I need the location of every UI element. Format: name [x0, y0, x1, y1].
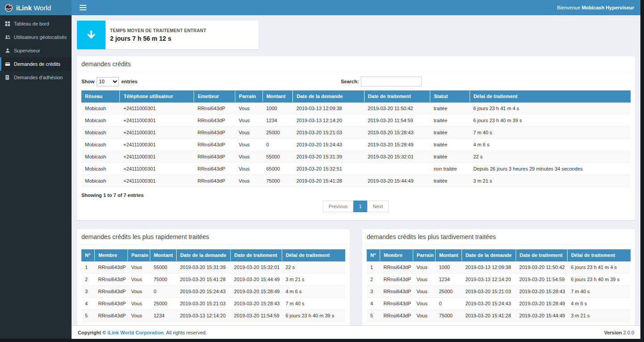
sidebar-item-label: Utilisateurs géolocalisés — [14, 34, 67, 40]
column-header[interactable]: Montant — [263, 90, 293, 103]
column-header[interactable]: Date de traitement — [364, 90, 430, 103]
column-header[interactable]: Emetteur — [194, 90, 235, 103]
table-row: 4RRnsi643dPVous250002019-03-20 15:21:032… — [81, 298, 345, 310]
credits-requests-panel: demandes crédits Show 10 entries Search: — [77, 56, 635, 220]
column-header[interactable]: Montant — [150, 249, 176, 261]
table-cell: 2 — [81, 274, 95, 286]
company-link[interactable]: iLink World Corporation — [107, 330, 164, 335]
sidebar-item-demandes-de-credits[interactable]: Demandes de crédits — [0, 57, 72, 71]
sidebar-item-label: Demandes d'adhésion — [14, 75, 63, 80]
brand-globe-icon — [4, 4, 13, 12]
sidebar-item-tableau-de-bord[interactable]: Tableau de bord — [0, 17, 72, 30]
table-cell: 3 — [81, 286, 95, 298]
column-header[interactable]: Délai de traitement — [282, 249, 345, 261]
table-cell: 6 jours 23 h 40 m 39 s — [470, 115, 631, 127]
table-cell: RRnsi643dP — [194, 115, 235, 127]
show-label: Show — [81, 79, 94, 84]
app-wrapper: iLink World Bienvenue Mobicash Hypervise… — [0, 0, 640, 339]
sidebar: Tableau de bord Utilisateurs géolocalisé… — [0, 15, 72, 339]
column-header[interactable]: Délai de traitement — [470, 90, 631, 103]
brand-logo[interactable]: iLink World — [0, 0, 72, 15]
table-cell: 2019-03-20 15:41:28 — [462, 310, 516, 322]
column-header[interactable]: Parrain — [127, 249, 150, 261]
arrow-down-icon — [77, 21, 106, 49]
table-cell: 1000 — [435, 261, 462, 274]
column-header[interactable]: Membre — [95, 249, 128, 261]
membership-icon — [5, 75, 10, 80]
table-cell: 2019-03-20 15:32:01 — [364, 151, 430, 163]
panel-body: Show 10 entries Search: RéseauTéléphone … — [77, 72, 635, 220]
table-cell: 6 jours 23 h 40 m 39 s — [282, 310, 345, 322]
table-cell: 65000 — [263, 163, 293, 175]
table-cell: 3 m 21 s — [470, 175, 631, 187]
table-cell: 6 jours 23 h 41 m 4 s — [470, 103, 631, 115]
table-cell: Vous — [235, 139, 263, 151]
table-cell: 2019-03-13 12:09:38 — [462, 261, 516, 274]
sidebar-toggle-icon[interactable] — [78, 3, 88, 12]
column-header[interactable]: Délai de traitement — [567, 249, 631, 261]
table-header-row: N°MembreParrainMontantDate de la demande… — [367, 249, 631, 261]
table-controls: Show 10 entries Search: — [81, 77, 631, 86]
column-header[interactable]: Date de la demande — [293, 90, 364, 103]
sidebar-item-label: Superviseur — [14, 48, 40, 53]
table-cell: RRnsi643dP — [380, 261, 413, 274]
pagination-previous-button[interactable]: Previous — [323, 201, 354, 212]
search-input[interactable] — [361, 77, 422, 86]
table-cell: 2019-03-20 15:31:39 — [176, 261, 230, 274]
table-cell: Vous — [127, 274, 150, 286]
column-header[interactable]: Membre — [380, 249, 413, 261]
table-cell: 1 — [81, 261, 95, 274]
table-cell: +24111000301 — [120, 151, 194, 163]
table-row: Mobicash+24111000301RRnsi643dPVous750002… — [81, 175, 631, 187]
table-cell: 0 — [263, 139, 293, 151]
column-header[interactable]: Statut — [430, 90, 470, 103]
table-cell: Vous — [235, 127, 263, 139]
column-header[interactable]: Parrain — [235, 90, 263, 103]
table-cell: 2019-03-20 15:44:49 — [230, 274, 282, 286]
table-cell: 2019-03-20 11:54:59 — [516, 274, 567, 286]
table-cell: 2 — [367, 274, 380, 286]
column-header[interactable]: Date de traitement — [516, 249, 567, 261]
table-cell: 2019-03-20 15:28:49 — [230, 286, 282, 298]
version-text: Version 2.0.0 — [604, 330, 634, 335]
table-cell: 2019-03-20 15:21:03 — [462, 286, 516, 298]
column-header[interactable]: Téléphone utilisateur — [120, 90, 194, 103]
table-cell: 2019-03-20 11:50:42 — [516, 261, 567, 274]
table-cell: 3 m 21 s — [282, 274, 345, 286]
table-cell: 3 m 21 s — [567, 310, 631, 322]
table-cell: Mobicash — [81, 127, 120, 139]
column-header[interactable]: Date de la demande — [176, 249, 230, 261]
table-header-row: N°MembreParrainMontantDate de la demande… — [81, 249, 345, 261]
pagination: Previous 1 Next — [81, 201, 631, 212]
column-header[interactable]: N° — [81, 249, 95, 261]
table-row: 5RRnsi643dPVous750002019-03-20 15:41:282… — [367, 310, 631, 322]
table-cell: 2019-03-13 12:09:38 — [293, 103, 364, 115]
column-header[interactable]: Réseau — [81, 90, 120, 103]
column-header[interactable]: Date de la demande — [462, 249, 516, 261]
copyright-text: Copyright © iLink World Corporation. All… — [78, 330, 207, 335]
column-header[interactable]: Date de traitement — [230, 249, 282, 261]
table-cell: 25000 — [150, 298, 176, 310]
table-cell: RRnsi643dP — [95, 298, 128, 310]
sidebar-item-label: Tableau de bord — [14, 21, 49, 26]
table-cell: 1234 — [263, 115, 293, 127]
page-length-select[interactable]: 10 — [97, 77, 119, 86]
table-cell: Mobicash — [81, 175, 120, 187]
users-icon — [5, 34, 10, 40]
sidebar-item-demandes-adhesion[interactable]: Demandes d'adhésion — [0, 71, 72, 84]
sidebar-item-superviseur[interactable]: Superviseur — [0, 44, 72, 57]
column-header[interactable]: Montant — [435, 249, 462, 261]
column-header[interactable]: N° — [367, 249, 380, 261]
table-cell: 4 — [81, 298, 95, 310]
pagination-next-button[interactable]: Next — [367, 201, 389, 212]
table-cell: 55000 — [150, 261, 176, 274]
pagination-page-1-button[interactable]: 1 — [353, 201, 368, 212]
search-label: Search: — [341, 79, 359, 84]
table-cell: RRnsi643dP — [380, 310, 413, 322]
table-cell: Vous — [235, 163, 263, 175]
table-cell: 2019-03-20 11:50:42 — [364, 103, 430, 115]
table-cell: traitée — [430, 151, 470, 163]
column-header[interactable]: Parrain — [413, 249, 435, 261]
sidebar-item-utilisateurs-geolocalises[interactable]: Utilisateurs géolocalisés — [0, 30, 72, 44]
table-row: 4RRnsi643dPVous02019-03-20 15:24:432019-… — [367, 298, 631, 310]
